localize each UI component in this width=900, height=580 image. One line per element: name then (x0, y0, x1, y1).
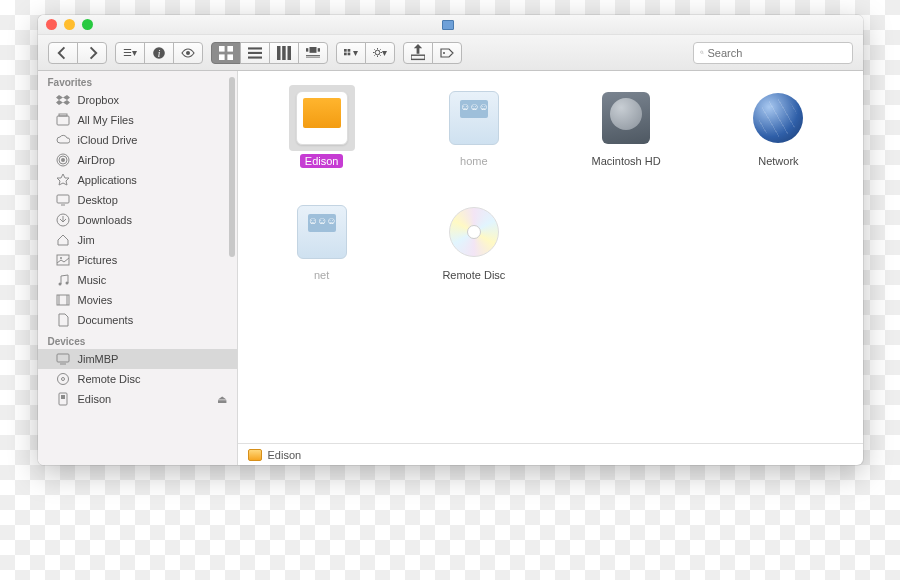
sidebar-item-music[interactable]: Music (38, 270, 237, 290)
search-input[interactable] (708, 47, 846, 59)
grid-item-network[interactable]: Network (704, 85, 852, 195)
sidebar-item-icloud-drive[interactable]: iCloud Drive (38, 130, 237, 150)
svg-rect-50 (57, 354, 69, 362)
svg-rect-35 (57, 116, 69, 125)
net-drive-icon (745, 85, 811, 151)
svg-rect-4 (227, 46, 233, 52)
sidebar-item-jimmbp[interactable]: JimMBP (38, 349, 237, 369)
dropbox-icon (56, 93, 71, 107)
sidebar-item-pictures[interactable]: Pictures (38, 250, 237, 270)
svg-rect-8 (248, 51, 262, 53)
computer-icon (56, 352, 71, 366)
icon-grid[interactable]: EdisonhomeMacintosh HDNetworknetRemote D… (238, 71, 863, 443)
svg-rect-16 (306, 55, 320, 56)
sidebar-item-label: Movies (78, 294, 113, 306)
sidebar-item-label: iCloud Drive (78, 134, 138, 146)
grid-item-edison[interactable]: Edison (248, 85, 396, 195)
sidebar-item-label: Pictures (78, 254, 118, 266)
svg-rect-18 (344, 49, 347, 52)
minimize-button[interactable] (64, 19, 75, 30)
svg-rect-21 (347, 53, 350, 56)
sidebar-item-label: Edison (78, 393, 112, 405)
svg-rect-5 (219, 54, 225, 60)
window-body: FavoritesDropboxAll My FilesiCloud Drive… (38, 71, 863, 465)
pictures-icon (56, 253, 71, 267)
grid-item-net[interactable]: net (248, 199, 396, 309)
ext-icon (56, 392, 71, 406)
info-button[interactable]: i (144, 42, 174, 64)
forward-button[interactable] (77, 42, 107, 64)
svg-line-34 (702, 53, 703, 54)
sidebar-item-label: Applications (78, 174, 137, 186)
sidebar-section-header[interactable]: Favorites (38, 71, 237, 90)
sidebar-item-airdrop[interactable]: AirDrop (38, 150, 237, 170)
sidebar-section-header[interactable]: Devices (38, 330, 237, 349)
back-button[interactable] (48, 42, 78, 64)
movies-icon (56, 293, 71, 307)
toolbar: ☰▾ i ▾ ▾ (38, 35, 863, 71)
sidebar-item-edison[interactable]: Edison⏏ (38, 389, 237, 409)
search-field[interactable] (693, 42, 853, 64)
close-button[interactable] (46, 19, 57, 30)
sidebar-item-remote-disc[interactable]: Remote Disc (38, 369, 237, 389)
icon-view-button[interactable] (211, 42, 241, 64)
desktop-icon (56, 193, 71, 207)
share-button[interactable] (403, 42, 433, 64)
action-button[interactable]: ▾ (365, 42, 395, 64)
sidebar-item-applications[interactable]: Applications (38, 170, 237, 190)
grid-item-macintosh-hd[interactable]: Macintosh HD (552, 85, 700, 195)
scrollbar[interactable] (229, 77, 235, 257)
sidebar-item-dropbox[interactable]: Dropbox (38, 90, 237, 110)
svg-point-46 (66, 282, 69, 285)
downloads-icon (56, 213, 71, 227)
nav-buttons (48, 42, 107, 64)
arrange-button[interactable]: ▾ (336, 42, 366, 64)
disc-icon (56, 372, 71, 386)
sidebar-item-documents[interactable]: Documents (38, 310, 237, 330)
column-view-button[interactable] (269, 42, 299, 64)
drive-icon (248, 449, 262, 461)
computer-icon (442, 20, 454, 30)
svg-line-30 (379, 49, 380, 50)
svg-point-44 (60, 257, 62, 259)
ext-drive-icon (289, 85, 355, 151)
svg-rect-11 (282, 46, 286, 60)
grid-item-home[interactable]: home (400, 85, 548, 195)
svg-point-33 (700, 51, 702, 53)
svg-rect-20 (344, 53, 347, 56)
titlebar[interactable] (38, 15, 863, 35)
svg-rect-36 (59, 114, 67, 116)
eject-icon[interactable]: ⏏ (217, 393, 227, 406)
cd-drive-icon (441, 199, 507, 265)
svg-line-29 (374, 55, 375, 56)
icloud-icon (56, 133, 71, 147)
list-view-button[interactable] (240, 42, 270, 64)
srv-drive-icon (289, 199, 355, 265)
coverflow-view-button[interactable] (298, 42, 328, 64)
sidebar-item-all-my-files[interactable]: All My Files (38, 110, 237, 130)
svg-point-37 (61, 158, 65, 162)
path-button[interactable]: ☰▾ (115, 42, 145, 64)
grid-item-remote-disc[interactable]: Remote Disc (400, 199, 548, 309)
svg-rect-14 (306, 48, 308, 51)
zoom-button[interactable] (82, 19, 93, 30)
apps-icon (56, 173, 71, 187)
svg-point-53 (62, 378, 65, 381)
search-icon (700, 47, 704, 58)
tag-button[interactable] (432, 42, 462, 64)
sidebar-item-downloads[interactable]: Downloads (38, 210, 237, 230)
path-bar[interactable]: Edison (238, 443, 863, 465)
sidebar-item-jim[interactable]: Jim (38, 230, 237, 250)
traffic-lights (46, 19, 93, 30)
svg-rect-3 (219, 46, 225, 52)
sidebar-item-desktop[interactable]: Desktop (38, 190, 237, 210)
sidebar-item-movies[interactable]: Movies (38, 290, 237, 310)
grid-item-label: Remote Disc (437, 268, 510, 282)
music-icon (56, 273, 71, 287)
svg-point-2 (186, 51, 190, 55)
svg-rect-13 (309, 47, 316, 53)
quicklook-button[interactable] (173, 42, 203, 64)
share-tag-group (403, 42, 462, 64)
documents-icon (56, 313, 71, 327)
svg-rect-40 (57, 195, 69, 203)
